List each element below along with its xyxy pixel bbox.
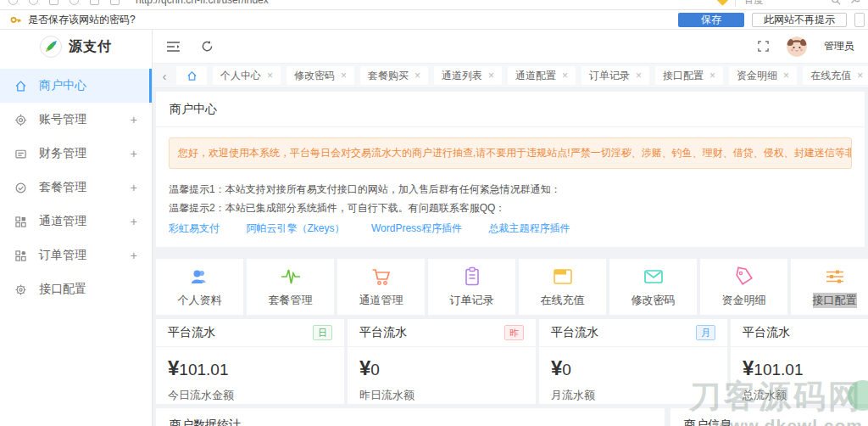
tools-icon[interactable] (849, 0, 860, 5)
app-logo[interactable]: 源支付 (0, 30, 152, 64)
tab-personal-center[interactable]: 个人中心× (213, 66, 281, 85)
close-icon[interactable]: × (709, 70, 715, 81)
sidebar-item-label: 套餐管理 (39, 180, 86, 195)
pulse-icon (280, 266, 302, 288)
api-icon (14, 283, 30, 296)
sidebar-item-account[interactable]: 账号管理 + (0, 103, 152, 137)
close-icon[interactable]: × (562, 70, 568, 81)
tab-online-recharge[interactable]: 在线充值× (803, 66, 868, 85)
search-engine-select[interactable]: 百度 (735, 0, 822, 7)
stat-card-month: 平台流水 月 ¥0 月流水额 (539, 319, 727, 404)
dismiss-password-button[interactable]: 此网站不再提示 (752, 13, 847, 27)
sidebar-item-label: 通道管理 (39, 214, 86, 229)
sliders-icon (824, 266, 846, 288)
window-icon (552, 266, 574, 288)
tab-change-password[interactable]: 修改密码× (287, 66, 354, 85)
shortcut-orders[interactable]: 订单记录 (428, 259, 515, 315)
link-zongcai-theme-plugin[interactable]: 总裁主题程序插件 (489, 222, 570, 234)
envelope-icon (643, 266, 665, 288)
shortcut-password[interactable]: 修改密码 (609, 259, 697, 315)
tab-label: 个人中心 (220, 69, 261, 83)
browser-plugin-icon[interactable] (717, 0, 728, 5)
shortcut-recharge[interactable]: 在线充值 (519, 259, 606, 315)
shortcut-package[interactable]: 套餐管理 (247, 259, 334, 315)
merchant-center-panel: 商户中心 您好，欢迎使用本系统，平台每日会对交易流水大的商户进行抽查,请不要用于… (156, 92, 865, 247)
shortcut-profile[interactable]: 个人资料 (156, 259, 243, 315)
tab-label: 资金明细 (737, 69, 777, 83)
sidebar-item-merchant-center[interactable]: 商户中心 (0, 69, 152, 103)
shortcut-api[interactable]: 接口配置 (791, 259, 868, 315)
refresh-browser-icon[interactable] (70, 0, 79, 5)
sidebar-item-finance[interactable]: 财务管理 + (0, 137, 152, 171)
bookmark-icon[interactable] (90, 0, 99, 5)
close-icon[interactable]: × (415, 70, 420, 81)
fullscreen-icon[interactable] (757, 40, 770, 53)
sidebar-item-order[interactable]: 订单管理 + (0, 238, 152, 272)
stat-card-yesterday: 平台流水 昨 ¥0 昨日流水额 (348, 319, 536, 404)
content-area: 商户中心 您好，欢迎使用本系统，平台每日会对交易流水大的商户进行抽查,请不要用于… (153, 88, 868, 426)
tab-package-purchase[interactable]: 套餐购买× (360, 66, 428, 85)
expand-icon: + (131, 181, 137, 194)
tab-fund-details[interactable]: 资金明细× (729, 66, 797, 85)
day-badge: 日 (313, 325, 332, 340)
folder-icon[interactable] (110, 0, 120, 5)
stats-row: 平台流水 日 ¥101.01 今日流水金额 平台流水 昨 ¥0 昨日流水额 (156, 319, 865, 404)
user-name[interactable]: 管理员 (824, 39, 854, 53)
shortcut-label: 套餐管理 (269, 293, 313, 308)
stat-title: 平台流水 (551, 325, 598, 340)
tab-label: 通道配置 (515, 69, 556, 83)
order-icon (14, 249, 30, 262)
package-icon (14, 182, 30, 194)
app-title: 源支付 (69, 38, 112, 56)
tab-home[interactable] (176, 66, 207, 85)
address-bar[interactable]: http://qchh.cn-fi.ch/user/index (136, 0, 269, 6)
collapse-menu-icon[interactable] (166, 41, 181, 53)
stat-label: 今日流水金额 (156, 380, 344, 411)
expand-icon: + (131, 215, 137, 228)
tab-channel-list[interactable]: 通道列表× (434, 66, 502, 85)
merchant-info-title: 商户信息 (670, 408, 868, 426)
tab-order-records[interactable]: 订单记录× (581, 66, 649, 85)
page-title: 商户中心 (156, 92, 865, 127)
expand-icon: + (131, 249, 137, 262)
forward-icon[interactable] (29, 0, 38, 5)
tabs-scroll-left-icon[interactable]: ‹ (159, 69, 170, 83)
close-icon[interactable]: × (341, 70, 347, 81)
password-save-message: 是否保存该网站的密码? (28, 13, 136, 27)
stat-label: 总流水额 (731, 380, 868, 411)
sidebar-item-channel[interactable]: 通道管理 + (0, 205, 152, 238)
refresh-icon[interactable] (201, 40, 214, 53)
tab-label: 修改密码 (294, 69, 335, 83)
close-icon[interactable]: × (488, 70, 494, 81)
shortcut-label: 接口配置 (813, 293, 857, 308)
tab-label: 在线充值 (810, 69, 851, 83)
sidebar-item-api[interactable]: 接口配置 (0, 272, 152, 306)
rocket-logo-icon (40, 36, 62, 58)
main-header: 管理员 (153, 30, 868, 64)
link-wordpress-plugin[interactable]: WordPress程序插件 (371, 222, 462, 234)
link-rainbow-epay[interactable]: 彩虹易支付 (169, 222, 220, 234)
sidebar-item-package[interactable]: 套餐管理 + (0, 171, 152, 205)
close-icon[interactable]: × (783, 70, 789, 81)
search-icon[interactable] (831, 0, 841, 5)
merchant-stats-panel: 商户数据统计 (156, 408, 665, 426)
clipboard-icon (461, 266, 483, 288)
close-icon[interactable]: × (857, 70, 863, 81)
save-password-button[interactable]: 保存 (678, 13, 744, 27)
close-prompt-button[interactable] (854, 13, 865, 27)
shortcut-channel[interactable]: 通道管理 (337, 259, 425, 315)
tag-icon (733, 266, 755, 288)
back-icon[interactable] (8, 0, 18, 5)
tab-api-config[interactable]: 接口配置× (655, 66, 723, 85)
avatar[interactable] (787, 36, 807, 57)
tab-channel-config[interactable]: 通道配置× (508, 66, 576, 85)
close-icon[interactable]: × (636, 70, 642, 81)
close-icon[interactable]: × (267, 70, 273, 81)
link-apayun-zkeys[interactable]: 阿帕云引擎（Zkeys） (246, 222, 344, 234)
bottom-panels: 商户数据统计 商户信息 (156, 408, 865, 426)
home-browser-icon[interactable] (49, 0, 58, 5)
merchant-info-panel: 商户信息 (670, 408, 868, 426)
month-badge: 月 (696, 325, 715, 340)
stat-card-today: 平台流水 日 ¥101.01 今日流水金额 (156, 319, 344, 404)
shortcut-funds[interactable]: 资金明细 (700, 259, 787, 315)
